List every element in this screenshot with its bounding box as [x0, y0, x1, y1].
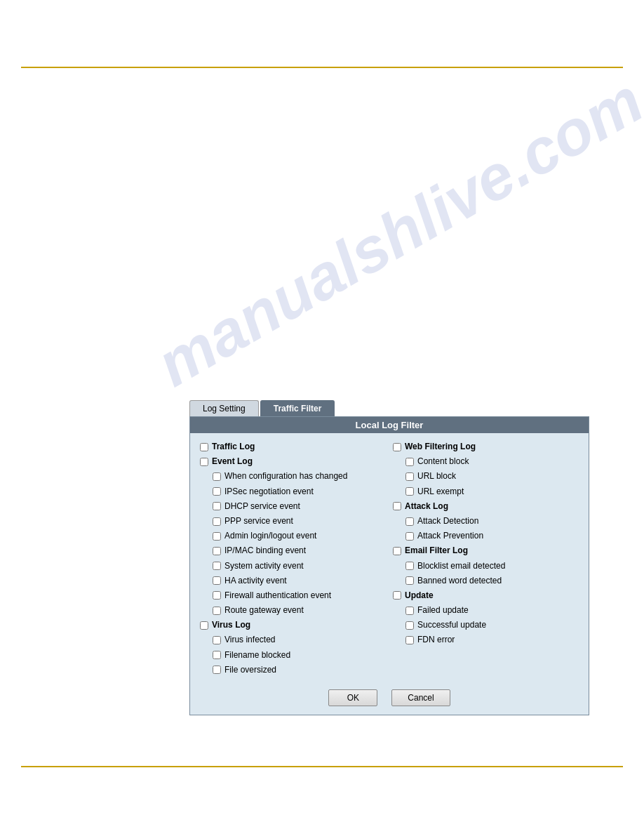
traffic-log-row: Traffic Log — [200, 440, 386, 454]
file-oversized-checkbox[interactable] — [213, 666, 221, 674]
event-log-checkbox[interactable] — [200, 458, 208, 466]
web-filtering-log-label: Web Filtering Log — [405, 440, 476, 454]
email-filter-log-label: Email Filter Log — [405, 544, 468, 557]
event-log-label: Event Log — [212, 455, 253, 468]
ppp-service-label: PPP service event — [224, 515, 293, 528]
system-activity-label: System activity event — [224, 560, 304, 573]
fdn-error-label: FDN error — [417, 633, 455, 647]
watermark: manualshlive.com — [145, 65, 644, 401]
blocklist-email-label: Blocklist email detected — [417, 560, 505, 573]
blocklist-email-checkbox[interactable] — [405, 562, 414, 570]
filename-blocked-row: Filename blocked — [200, 649, 386, 662]
route-gateway-label: Route gateway event — [224, 604, 304, 617]
virus-infected-row: Virus infected — [200, 633, 386, 647]
successful-update-label: Successful update — [417, 618, 486, 632]
fdn-error-checkbox[interactable] — [405, 636, 414, 644]
banned-word-label: Banned word detected — [417, 574, 502, 588]
url-block-checkbox[interactable] — [405, 472, 414, 481]
virus-infected-label: Virus infected — [224, 633, 276, 647]
content-block-checkbox[interactable] — [405, 458, 414, 466]
filename-blocked-label: Filename blocked — [224, 649, 290, 662]
url-exempt-checkbox[interactable] — [405, 487, 414, 496]
virus-log-checkbox[interactable] — [200, 621, 208, 630]
tab-log-setting[interactable]: Log Setting — [189, 400, 259, 416]
dialog-container: Log Setting Traffic Filter Local Log Fil… — [189, 400, 589, 715]
ppp-service-row: PPP service event — [200, 515, 386, 528]
system-activity-row: System activity event — [200, 560, 386, 573]
ha-activity-label: HA activity event — [224, 574, 287, 588]
attack-log-row: Attack Log — [393, 500, 579, 513]
ppp-service-checkbox[interactable] — [213, 517, 221, 526]
ok-button[interactable]: OK — [328, 689, 377, 706]
admin-login-row: Admin login/logout event — [200, 529, 386, 543]
email-filter-log-row: Email Filter Log — [393, 544, 579, 557]
attack-prevention-row: Attack Prevention — [393, 529, 579, 543]
update-label: Update — [405, 589, 434, 602]
update-row: Update — [393, 589, 579, 602]
url-block-row: URL block — [393, 470, 579, 483]
ip-mac-binding-label: IP/MAC binding event — [224, 544, 306, 557]
failed-update-checkbox[interactable] — [405, 607, 414, 615]
file-oversized-row: File oversized — [200, 663, 386, 677]
ip-mac-binding-checkbox[interactable] — [213, 547, 221, 555]
ipsec-negotiation-checkbox[interactable] — [213, 487, 221, 496]
traffic-log-label: Traffic Log — [212, 440, 255, 454]
attack-detection-label: Attack Detection — [417, 515, 478, 528]
virus-infected-checkbox[interactable] — [213, 636, 221, 644]
web-filtering-log-checkbox[interactable] — [393, 443, 401, 451]
ha-activity-checkbox[interactable] — [213, 576, 221, 585]
admin-login-label: Admin login/logout event — [224, 529, 316, 543]
tab-traffic-filter[interactable]: Traffic Filter — [260, 400, 335, 416]
dialog-title: Local Log Filter — [190, 417, 589, 433]
top-border — [21, 67, 623, 68]
attack-prevention-checkbox[interactable] — [405, 532, 414, 541]
email-filter-log-checkbox[interactable] — [393, 547, 401, 555]
admin-login-checkbox[interactable] — [213, 532, 221, 541]
firewall-auth-checkbox[interactable] — [213, 591, 221, 600]
filename-blocked-checkbox[interactable] — [213, 651, 221, 659]
dialog-box: Local Log Filter Traffic Log Event Log W… — [189, 416, 589, 715]
url-block-label: URL block — [417, 470, 456, 483]
ip-mac-binding-row: IP/MAC binding event — [200, 544, 386, 557]
when-config-changed-checkbox[interactable] — [213, 472, 221, 481]
attack-detection-checkbox[interactable] — [405, 517, 414, 526]
firewall-auth-label: Firewall authentication event — [224, 589, 331, 602]
ipsec-negotiation-label: IPSec negotiation event — [224, 485, 314, 498]
attack-log-label: Attack Log — [405, 500, 448, 513]
ipsec-negotiation-row: IPSec negotiation event — [200, 485, 386, 498]
failed-update-row: Failed update — [393, 604, 579, 617]
when-config-changed-label: When configuration has changed — [224, 470, 347, 483]
content-block-label: Content block — [417, 455, 469, 468]
ha-activity-row: HA activity event — [200, 574, 386, 588]
cancel-button[interactable]: Cancel — [391, 689, 450, 706]
dhcp-service-row: DHCP service event — [200, 500, 386, 513]
when-config-changed-row: When configuration has changed — [200, 470, 386, 483]
update-checkbox[interactable] — [393, 591, 401, 600]
web-filtering-log-row: Web Filtering Log — [393, 440, 579, 454]
file-oversized-label: File oversized — [224, 663, 276, 677]
url-exempt-label: URL exempt — [417, 485, 464, 498]
failed-update-label: Failed update — [417, 604, 469, 617]
traffic-log-checkbox[interactable] — [200, 443, 208, 451]
event-log-row: Event Log — [200, 455, 386, 468]
url-exempt-row: URL exempt — [393, 485, 579, 498]
bottom-border — [21, 766, 623, 767]
route-gateway-row: Route gateway event — [200, 604, 386, 617]
virus-log-label: Virus Log — [212, 618, 250, 632]
firewall-auth-row: Firewall authentication event — [200, 589, 386, 602]
virus-log-row: Virus Log — [200, 618, 386, 632]
right-column: Web Filtering Log Content block URL bloc… — [386, 440, 579, 677]
successful-update-checkbox[interactable] — [405, 621, 414, 630]
dhcp-service-checkbox[interactable] — [213, 502, 221, 510]
attack-log-checkbox[interactable] — [393, 502, 401, 510]
content-block-row: Content block — [393, 455, 579, 468]
system-activity-checkbox[interactable] — [213, 562, 221, 570]
successful-update-row: Successful update — [393, 618, 579, 632]
dialog-buttons: OK Cancel — [190, 684, 589, 715]
banned-word-checkbox[interactable] — [405, 576, 414, 585]
fdn-error-row: FDN error — [393, 633, 579, 647]
route-gateway-checkbox[interactable] — [213, 607, 221, 615]
attack-detection-row: Attack Detection — [393, 515, 579, 528]
dhcp-service-label: DHCP service event — [224, 500, 300, 513]
attack-prevention-label: Attack Prevention — [417, 529, 483, 543]
